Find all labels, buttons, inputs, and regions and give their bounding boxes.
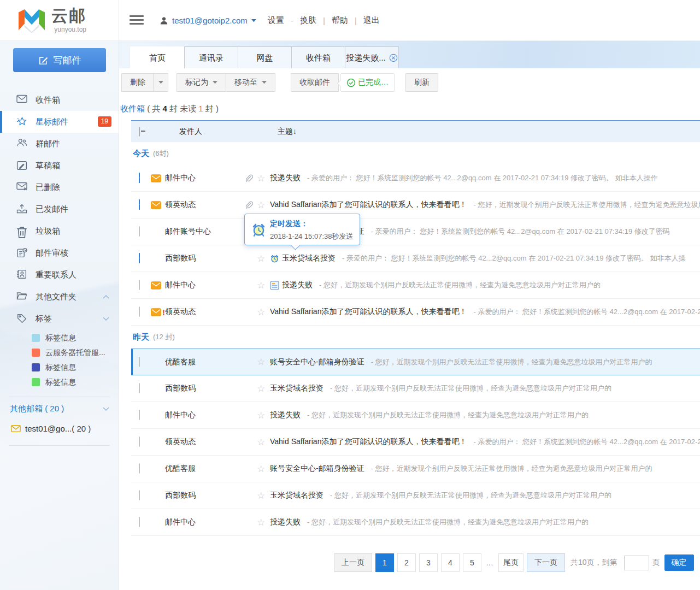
top-menu-item[interactable]: 退出	[361, 15, 382, 26]
other-account-item[interactable]: test01@go...( 20 )	[0, 418, 119, 438]
star-toggle-icon[interactable]: ☆	[257, 174, 270, 183]
star-toggle-icon[interactable]: ☆	[257, 254, 270, 263]
tab-网盘[interactable]: 网盘	[238, 46, 292, 68]
row-checkbox[interactable]	[139, 383, 140, 393]
mail-row[interactable]: !领英动态☆Vahid Saffarian添加了您可能认识的联系人，快来看看吧！…	[131, 299, 700, 326]
mail-row[interactable]: 邮件账号中心☆账号安全中心-邮箱身份验证- 亲爱的用户： 您好！系统监测到您的帐…	[131, 219, 700, 245]
star-toggle-icon[interactable]: ☆	[257, 518, 270, 527]
mail-row[interactable]: 邮件中心☆投递失败- 亲爱的用户： 您好！系统监测到您的帐号 42...2@qq…	[131, 165, 700, 192]
goto-page-input[interactable]	[624, 556, 649, 570]
move-to-button[interactable]: 移动至	[226, 73, 275, 92]
star-toggle-icon[interactable]: ☆	[257, 200, 270, 210]
row-checkbox[interactable]	[139, 173, 140, 183]
star-toggle-icon[interactable]: ☆	[257, 411, 270, 420]
row-checkbox[interactable]	[139, 226, 140, 237]
unread-envelope-icon	[151, 174, 161, 182]
mail-row[interactable]: 西部数码☆玉米贷域名投资- 您好，近期发现个别用户反映无法正常使用微博，经查为避…	[131, 375, 700, 402]
mail-row[interactable]: 西部数码☆玉米贷域名投资- 您好，近期发现个别用户反映无法正常使用微博，经查为避…	[131, 482, 700, 509]
unread-badge: 19	[98, 116, 111, 127]
prev-page-button[interactable]: 上一页	[334, 553, 372, 572]
last-page-button[interactable]: 尾页	[498, 553, 523, 572]
page-button[interactable]: 5	[463, 553, 481, 572]
sidebar-item[interactable]: 草稿箱	[0, 155, 119, 176]
mail-row[interactable]: 邮件中心☆投递失败- 您好，近期发现个别用户反映无法正常使用微博，经查为避免恶意…	[131, 402, 700, 429]
page-button[interactable]: 3	[419, 553, 438, 572]
mail-preview: - 亲爱的用户： 您好！系统监测到您的帐号 42...2@qq.com 在 20…	[371, 227, 670, 237]
user-dropdown[interactable]: test01@gotoip2.com	[160, 0, 256, 41]
mail-row[interactable]: 西部数码☆玉米贷域名投资- 亲爱的用户： 您好！系统监测到您的帐号 42...2…	[131, 245, 700, 272]
sidebar-tag-item[interactable]: 云服务器托管服...	[0, 345, 119, 360]
sidebar-item[interactable]: 重要联系人	[0, 264, 119, 286]
tab-通讯录[interactable]: 通讯录	[184, 46, 238, 68]
star-toggle-icon[interactable]: ☆	[257, 357, 270, 367]
brand-logo[interactable]: 云邮 yunyou.top	[0, 0, 119, 41]
refresh-button[interactable]: 刷新	[405, 73, 438, 92]
sidebar-item-label: 垃圾箱	[36, 226, 60, 237]
page-button[interactable]: 4	[441, 553, 460, 572]
drafts-icon	[16, 160, 27, 171]
hamburger-menu-icon[interactable]	[130, 15, 144, 26]
delete-button[interactable]: 删除	[121, 73, 154, 92]
sidebar-tag-item[interactable]: 标签信息	[0, 360, 119, 375]
sidebar-item[interactable]: 星标邮件19	[0, 111, 119, 133]
inbox-icon	[16, 95, 27, 105]
sidebar-item[interactable]: 收件箱	[0, 89, 119, 111]
compose-button[interactable]: 写邮件	[13, 48, 106, 72]
top-menu-item[interactable]: 帮助	[330, 15, 350, 26]
sidebar-item[interactable]: 邮件审核	[0, 242, 119, 264]
mark-as-button[interactable]: 标记为	[177, 73, 226, 92]
fetch-mail-button[interactable]: 收取邮件	[291, 73, 339, 92]
row-checkbox[interactable]	[139, 199, 140, 210]
top-menu-item[interactable]: 换肤	[298, 15, 319, 26]
mail-row[interactable]: 优酷客服☆账号安全中心-邮箱身份验证- 您好，近期发现个别用户反映无法正常使用微…	[131, 349, 700, 375]
mail-sender: 邮件中心	[165, 517, 245, 527]
next-page-button[interactable]: 下一页	[527, 553, 565, 572]
mail-row[interactable]: 优酷客服☆账号安全中心-邮箱身份验证- 您好，近期发现个别用户反映无法正常使用微…	[131, 456, 700, 482]
sidebar-item-label: 标签	[36, 314, 52, 324]
mail-row[interactable]: 邮件中心☆投递失败- 您好，近期发现个别用户反映无法正常使用微博，经查为避免恶意…	[131, 272, 700, 299]
row-checkbox[interactable]	[139, 410, 140, 420]
tab-收件箱[interactable]: 收件箱	[291, 46, 345, 68]
row-checkbox[interactable]	[139, 357, 140, 367]
mail-row[interactable]: 邮件中心☆投递失败- 您好，近期发现个别用户反映无法正常使用微博，经查为避免恶意…	[131, 509, 700, 536]
tab-投递失败...[interactable]: 投递失败...	[345, 46, 399, 68]
mail-row[interactable]: 领英动态☆Vahid Saffarian添加了您可能认识的联系人，快来看看吧！-…	[131, 429, 700, 456]
row-checkbox[interactable]	[139, 517, 140, 527]
notice-doc-icon	[270, 281, 279, 290]
other-mailbox-section[interactable]: 其他邮箱 ( 20 )	[0, 399, 119, 418]
sidebar-item[interactable]: 群邮件	[0, 133, 119, 155]
confirm-page-button[interactable]: 确定	[664, 554, 694, 571]
user-email: test01@gotoip2.com	[172, 16, 248, 25]
row-checkbox[interactable]	[139, 253, 140, 263]
inbox-link[interactable]: 收件箱	[120, 104, 145, 113]
page-button[interactable]: 2	[397, 553, 416, 572]
mail-sender: 西部数码	[165, 384, 245, 393]
sidebar-item[interactable]: 其他文件夹	[0, 286, 119, 308]
page-button[interactable]: 1	[375, 553, 394, 572]
mail-row[interactable]: 领英动态☆Vahid Saffarian添加了您可能认识的联系人，快来看看吧！-…	[131, 192, 700, 219]
subject-sort-header[interactable]: 主题↓	[270, 127, 700, 137]
row-checkbox[interactable]	[139, 463, 140, 474]
sidebar-tag-item[interactable]: 标签信息	[0, 331, 119, 345]
tab-首页[interactable]: 首页	[130, 46, 185, 68]
sidebar-tag-item[interactable]: 标签信息	[0, 375, 119, 390]
row-checkbox[interactable]	[139, 306, 140, 317]
star-toggle-icon[interactable]: ☆	[257, 491, 270, 500]
sidebar-item[interactable]: 标签	[0, 308, 119, 329]
row-checkbox[interactable]	[139, 490, 140, 500]
top-menu-item[interactable]: 设置	[266, 15, 286, 26]
row-checkbox[interactable]	[139, 436, 140, 447]
star-toggle-icon[interactable]: ☆	[257, 308, 270, 317]
star-toggle-icon[interactable]: ☆	[257, 464, 270, 474]
sidebar-item[interactable]: 垃圾箱	[0, 220, 119, 242]
delete-dropdown-caret[interactable]	[154, 73, 168, 92]
sidebar-item[interactable]: 已删除	[0, 176, 119, 198]
star-toggle-icon[interactable]: ☆	[257, 438, 270, 447]
star-toggle-icon[interactable]: ☆	[257, 384, 270, 393]
mail-sender: 邮件中心	[165, 410, 245, 420]
row-checkbox[interactable]	[139, 280, 140, 290]
select-all-checkbox[interactable]	[139, 127, 140, 137]
sidebar-item[interactable]: 已发邮件	[0, 198, 119, 220]
star-toggle-icon[interactable]: ☆	[257, 281, 270, 290]
close-circle-icon[interactable]	[389, 54, 398, 62]
